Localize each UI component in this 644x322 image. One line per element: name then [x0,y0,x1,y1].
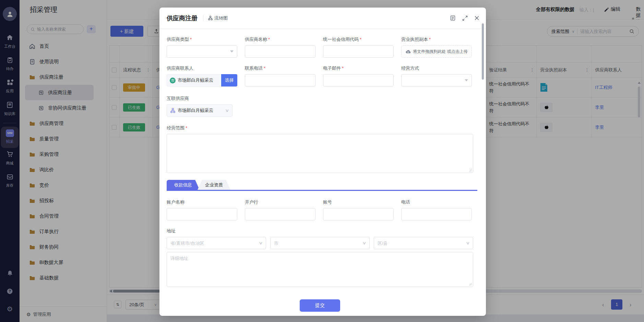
chevron-down-icon: ∨ [225,108,229,113]
org-network-icon [170,108,175,113]
field-account-name: 账户名称 [167,199,237,220]
business-mode-select[interactable] [401,74,472,87]
field-label: 联系电话 [245,66,263,71]
upload-hint: 将文件拖拽到此处 或点击上传 [413,49,467,55]
field-label: 经营方式 [401,65,472,71]
field-email: 电子邮件* [323,65,394,87]
bank-phone-input[interactable] [405,212,468,217]
field-supplier-type: 供应商类型* [167,36,237,58]
field-credit-code: 统一社会信用代码* [323,36,394,58]
field-label: 电子邮件 [323,66,341,71]
contact-tag-label: 市场部白月鲸采云 [178,77,213,83]
contact-tag: 市 市场部白月鲸采云 [167,74,221,87]
tab-payment-info[interactable]: 收款信息 [167,180,200,190]
form-view-icon[interactable] [450,15,456,21]
chevron-down-icon: ∨ [259,241,263,245]
modal-tabs: 收款信息 企业资质 [167,180,473,190]
email-input[interactable] [327,78,390,83]
expand-icon[interactable] [462,15,468,21]
account-no-input[interactable] [327,212,390,217]
resize-handle[interactable] [469,283,472,286]
field-label: 统一社会信用代码 [323,37,359,42]
modal-scrollbar-thumb[interactable] [482,23,484,80]
tab-underline [167,190,477,191]
field-supplier-name: 供应商名称* [245,36,315,58]
field-address-detail [167,252,473,287]
field-address: 地址 ∨ ∨ ∨ [167,228,473,249]
required-mark: * [429,37,431,42]
field-label: 供应商类型 [167,37,189,42]
field-label: 电话 [401,199,472,205]
field-label: 经营范围 [167,125,184,130]
field-label: 营业执照副本 [401,37,428,42]
field-label: 账户名称 [167,199,237,205]
license-upload-dropzone[interactable]: 将文件拖拽到此处 或点击上传 [401,45,472,58]
flow-chart-label: 流转图 [214,15,228,21]
submit-button[interactable]: 提交 [300,299,340,312]
caret-down-icon [230,50,234,53]
required-mark: * [264,66,265,71]
required-mark: * [342,66,344,71]
flow-chart-icon [208,16,213,20]
field-account-no: 账号 [323,199,394,220]
tab-enterprise-qualification[interactable]: 企业资质 [198,180,230,190]
caret-down-icon [465,79,468,81]
field-label: 地址 [167,228,473,233]
required-mark: * [186,125,187,130]
credit-code-input[interactable] [327,49,390,54]
supplier-registration-modal: 供应商注册 流转图 供应商类型* 供应商名称* 统一社会信用代码* [159,8,486,316]
resize-handle[interactable] [469,169,472,172]
province-placeholder [170,241,262,246]
chevron-down-icon: ∨ [466,241,470,245]
close-icon[interactable] [474,15,479,21]
select-contact-button[interactable]: 选择 [221,74,237,87]
business-scope-textarea[interactable] [167,134,473,173]
city-placeholder [274,241,366,246]
flow-chart-link[interactable]: 流转图 [208,15,228,21]
field-phone: 联系电话* [245,65,315,87]
phone-input[interactable] [249,78,312,83]
bank-name-input[interactable] [249,212,312,217]
field-bank-phone: 电话 [401,199,472,220]
field-label: 账号 [323,199,394,205]
field-linked-supplier: 互联供应商 市场部白月鲸采云 ∨ [167,95,473,117]
linked-supplier-value: 市场部白月鲸采云 [178,107,213,114]
supplier-name-input[interactable] [249,49,312,54]
field-label: 供应商名称 [245,37,267,42]
field-business-scope: 经营范围* [167,125,473,173]
field-label: 开户行 [245,199,315,205]
province-select[interactable]: ∨ [167,237,266,249]
modal-title: 供应商注册 [167,14,198,22]
required-mark: * [190,37,192,42]
modal-body: 供应商类型* 供应商名称* 统一社会信用代码* 营业执照副本* 将文件拖拽到此处… [159,36,486,312]
chevron-down-icon: ∨ [362,241,366,245]
required-mark: * [268,37,270,42]
divider [203,15,203,21]
district-select[interactable]: ∨ [374,237,473,249]
supplier-type-select[interactable] [167,45,237,58]
modal-header: 供应商注册 流转图 [159,8,486,29]
required-mark: * [360,37,361,42]
field-label: 互联供应商 [167,95,473,101]
city-select[interactable]: ∨ [270,237,370,249]
field-supplier-contact: 供应商联系人 市 市场部白月鲸采云 选择 [167,65,237,87]
org-badge-icon: 市 [170,78,176,83]
field-business-mode: 经营方式 [401,65,472,87]
field-label: 供应商联系人 [167,65,237,71]
account-name-input[interactable] [170,212,234,217]
district-placeholder [378,241,469,246]
field-business-license: 营业执照副本* 将文件拖拽到此处 或点击上传 [401,36,472,58]
address-detail-textarea[interactable] [167,252,473,287]
cloud-upload-icon [405,49,411,54]
field-bank-name: 开户行 [245,199,315,220]
linked-supplier-select[interactable]: 市场部白月鲸采云 ∨ [167,104,232,117]
